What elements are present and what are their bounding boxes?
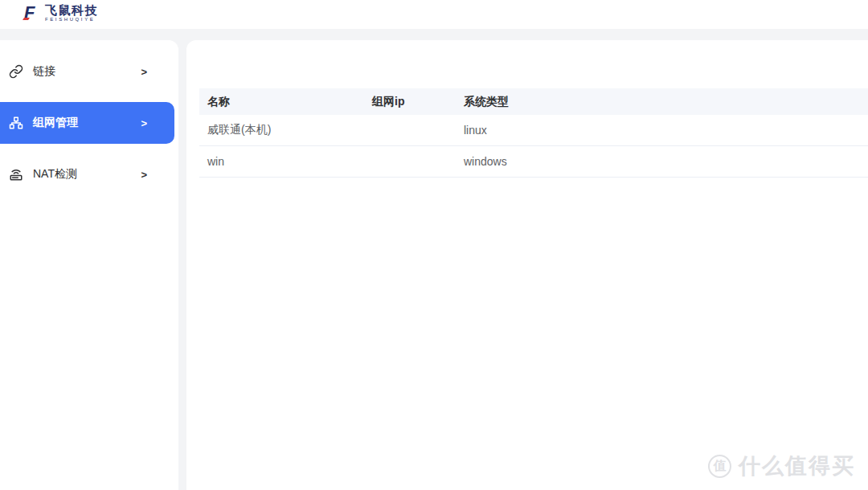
- sidebar-item-network-management[interactable]: 组网管理 >: [0, 102, 174, 144]
- chevron-right-icon: >: [141, 169, 147, 181]
- sidebar-item-label: 组网管理: [33, 116, 78, 130]
- device-os: windows: [464, 155, 868, 168]
- device-name: 威联通(本机): [207, 123, 372, 137]
- topbar: F 飞鼠科技 FEISHUQIYE: [0, 0, 868, 29]
- table-header-row: 名称 组网ip 系统类型: [199, 88, 868, 115]
- sidebar-item-links[interactable]: 链接 >: [0, 51, 174, 92]
- brand-logo-text: 飞鼠科技 FEISHUQIYE: [45, 3, 98, 22]
- column-header-os: 系统类型: [464, 95, 868, 109]
- brand-logo-mark: F: [24, 2, 40, 23]
- device-os: linux: [464, 124, 868, 137]
- chevron-right-icon: >: [141, 66, 147, 78]
- sidebar-item-label: NAT检测: [33, 167, 77, 182]
- column-header-ip: 组网ip: [372, 95, 464, 109]
- table-row[interactable]: win windows: [199, 146, 868, 178]
- watermark-text: 什么值得买: [739, 451, 855, 480]
- sidebar-menu: 链接 > 组网管理 >: [0, 40, 178, 195]
- sitemap-icon: [9, 116, 23, 130]
- chevron-right-icon: >: [141, 117, 147, 129]
- sidebar: 链接 > 组网管理 >: [0, 40, 178, 490]
- brand-subtitle: FEISHUQIYE: [45, 17, 98, 22]
- link-icon: [9, 64, 23, 79]
- main-content: 名称 组网ip 系统类型 威联通(本机) linux win windows: [186, 40, 868, 490]
- sidebar-item-nat-detection[interactable]: NAT检测 >: [0, 153, 174, 195]
- router-icon: [9, 167, 23, 182]
- brand-name: 飞鼠科技: [45, 3, 98, 17]
- table-row[interactable]: 威联通(本机) linux: [199, 115, 868, 146]
- smzdm-watermark: 值 什么值得买: [708, 451, 855, 480]
- device-name: win: [207, 155, 372, 168]
- watermark-badge-icon: 值: [708, 455, 731, 478]
- sidebar-item-label: 链接: [33, 64, 55, 79]
- column-header-name: 名称: [207, 95, 372, 109]
- brand-logo[interactable]: F 飞鼠科技 FEISHUQIYE: [24, 2, 98, 23]
- logo-f-glyph: F: [24, 2, 35, 23]
- device-table: 名称 组网ip 系统类型 威联通(本机) linux win windows: [199, 88, 868, 178]
